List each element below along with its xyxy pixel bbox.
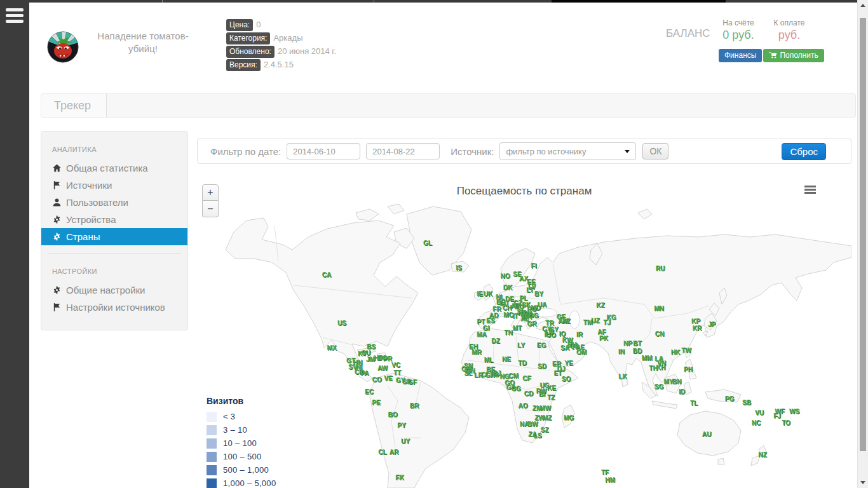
game-info-list: Цена:0 Категория:Аркады Обновлено:20 июн… xyxy=(226,18,336,72)
legend-title: Визитов xyxy=(207,396,307,406)
game-info-row: Цена:0 xyxy=(226,18,336,32)
reset-button[interactable]: Сброс xyxy=(782,143,826,160)
date-filter-label: Фильтр по дате: xyxy=(210,146,281,157)
due-label: К оплате xyxy=(765,18,813,27)
legend-label: 3 – 10 xyxy=(223,425,247,435)
chart-menu-icon[interactable] xyxy=(804,186,816,194)
source-label: Источник: xyxy=(451,146,494,157)
menu-hamburger-icon[interactable] xyxy=(6,8,24,26)
topup-label: Пополнить xyxy=(780,51,818,60)
legend-row: 3 – 10 xyxy=(207,424,307,436)
source-select[interactable]: фильтр по источнику xyxy=(499,142,636,160)
top-chrome-strip xyxy=(0,0,868,3)
legend-swatch xyxy=(207,412,217,422)
legend-row: 10 – 100 xyxy=(207,437,307,449)
sidebar-item[interactable]: Общие настройки xyxy=(41,281,187,299)
legend-swatch xyxy=(207,438,217,449)
game-title: Нападение томатов-убийц! xyxy=(88,30,198,55)
legend-row: 500 – 1,000 xyxy=(207,464,307,476)
gear-icon xyxy=(52,215,62,224)
date-to-input[interactable] xyxy=(366,143,440,159)
sidebar-item-label: Пользователи xyxy=(66,197,128,208)
sidebar-item-label: Настройки источников xyxy=(66,302,165,313)
zoom-out-button[interactable]: − xyxy=(202,201,219,217)
legend-swatch xyxy=(207,478,217,488)
scroll-down-arrow-icon[interactable] xyxy=(860,481,865,484)
chrome-divider xyxy=(374,0,374,3)
account-value: 0 руб. xyxy=(713,29,764,42)
sidebar-item-label: Общая статистика xyxy=(66,163,148,173)
sidebar-item[interactable]: Устройства xyxy=(41,211,187,228)
sidebar-item[interactable]: Настройки источников xyxy=(41,299,187,316)
legend-swatch xyxy=(207,465,217,475)
sidebar-section-analytics: АНАЛИТИКА xyxy=(52,146,187,153)
balance-due: К оплате руб. xyxy=(765,18,813,42)
scroll-up-arrow-icon[interactable] xyxy=(860,4,865,7)
chevron-down-icon xyxy=(625,150,630,153)
filter-bar: Фильтр по дате: Источник: фильтр по исто… xyxy=(197,139,851,164)
map-legend: Визитов < 3 3 – 10 10 – 100 100 – 500 50… xyxy=(200,392,307,488)
legend-label: 10 – 100 xyxy=(223,438,257,448)
info-badge-label: Версия: xyxy=(226,59,261,71)
topup-button[interactable]: Пополнить xyxy=(763,49,824,62)
due-value: руб. xyxy=(765,29,813,42)
finances-button[interactable]: Финансы xyxy=(719,49,762,62)
sidebar-item[interactable]: Страны xyxy=(41,228,187,245)
sidebar-item[interactable]: Источники xyxy=(41,177,187,194)
source-select-value: фильтр по источнику xyxy=(506,147,586,156)
sidebar: АНАЛИТИКА Общая статистика Источники Пол… xyxy=(41,131,188,330)
info-badge-value: 20 июня 2014 г. xyxy=(278,46,336,56)
game-info-row: Версия:2.4.5.15 xyxy=(226,58,336,72)
chrome-divider xyxy=(162,0,163,3)
flag-icon xyxy=(52,302,62,312)
legend-row: < 3 xyxy=(207,410,307,423)
legend-label: 1,000 – 5,000 xyxy=(223,478,276,488)
info-badge-label: Категория: xyxy=(226,32,270,44)
game-avatar xyxy=(47,31,79,63)
user-icon xyxy=(52,198,62,207)
balance-buttons: ФинансыПополнить xyxy=(719,49,824,62)
legend-label: < 3 xyxy=(223,412,235,421)
game-info-row: Обновлено:20 июня 2014 г. xyxy=(226,45,336,58)
home-icon xyxy=(52,163,62,173)
sidebar-divider xyxy=(48,253,181,254)
sidebar-item[interactable]: Общая статистика xyxy=(41,159,187,177)
legend-label: 100 – 500 xyxy=(223,452,262,461)
chrome-active-segment xyxy=(552,0,726,3)
ok-button[interactable]: ОК xyxy=(642,143,668,159)
legend-swatch xyxy=(207,452,217,462)
sidebar-item-label: Устройства xyxy=(66,214,116,225)
info-badge-label: Цена: xyxy=(226,19,253,31)
sidebar-item[interactable]: Пользователи xyxy=(41,194,187,211)
gear-icon xyxy=(52,232,62,241)
flag-icon xyxy=(52,180,62,190)
balance-title: БАЛАНС xyxy=(666,27,710,40)
page-scrollbar[interactable] xyxy=(857,0,868,488)
tab-tracker[interactable]: Трекер xyxy=(41,94,107,117)
app-side-strip xyxy=(0,0,29,488)
legend-row: 1,000 – 5,000 xyxy=(207,477,307,488)
legend-row: 100 – 500 xyxy=(207,451,307,463)
world-map-panel[interactable]: GLISCAUSMXBSKYCUJMHTDOPRAWVCTTGTHNSVNICR… xyxy=(197,168,851,488)
legend-swatch xyxy=(207,425,217,435)
legend-label: 500 – 1,000 xyxy=(223,465,269,475)
gear-icon xyxy=(52,285,62,295)
sidebar-item-label: Страны xyxy=(66,231,100,242)
game-info-row: Категория:Аркады xyxy=(226,32,336,45)
info-badge-label: Обновлено: xyxy=(226,46,275,58)
cart-icon xyxy=(769,51,777,58)
info-badge-value: 2.4.5.15 xyxy=(264,60,294,69)
account-label: На счёте xyxy=(713,18,764,27)
scrollbar-thumb[interactable] xyxy=(860,18,866,451)
sidebar-section-settings: НАСТРОЙКИ xyxy=(52,268,187,275)
balance-account: На счёте 0 руб. xyxy=(713,18,764,42)
date-from-input[interactable] xyxy=(287,143,360,159)
sidebar-item-label: Общие настройки xyxy=(66,285,146,295)
tab-bar: Трекер xyxy=(41,93,856,118)
map-title: Посещаемость по странам xyxy=(197,185,851,198)
sidebar-item-label: Источники xyxy=(66,180,112,191)
info-badge-value: 0 xyxy=(256,20,261,29)
info-badge-value: Аркады xyxy=(273,33,302,43)
